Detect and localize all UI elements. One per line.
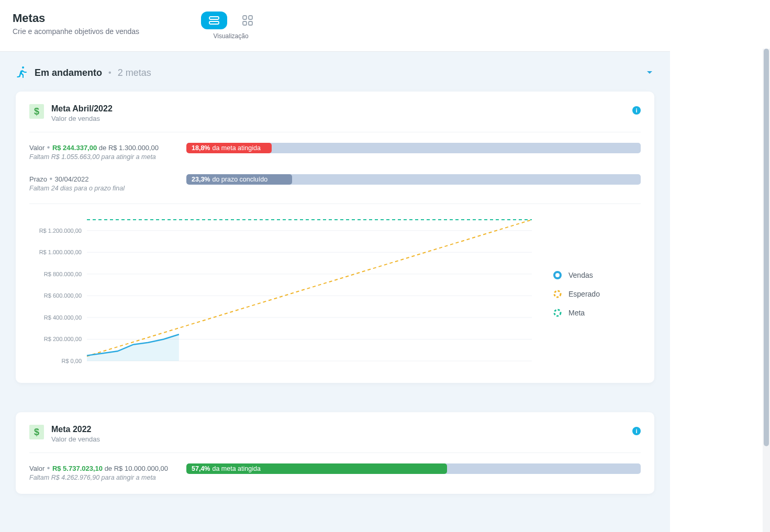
page-subtitle: Crie e acompanhe objetivos de vendas — [13, 27, 201, 36]
svg-text:R$ 0,00: R$ 0,00 — [61, 358, 82, 364]
chevron-down-icon[interactable] — [645, 67, 654, 79]
metric-label: Valor — [29, 144, 44, 152]
svg-text:R$ 600.000,00: R$ 600.000,00 — [44, 292, 82, 299]
metric-current: R$ 5.737.023,10 — [52, 465, 103, 472]
progress-pct-label: da meta atingida — [212, 144, 260, 152]
progress-pct: 57,4% — [192, 465, 210, 472]
goal-card[interactable]: $ Meta 2022 Valor de vendas i Valor • R$… — [16, 412, 654, 494]
svg-text:R$ 800.000,00: R$ 800.000,00 — [44, 271, 82, 277]
progress-fill: 18,8% da meta atingida — [186, 143, 272, 153]
progress-bar-valor: 57,4% da meta atingida — [186, 463, 641, 474]
scrollbar-thumb[interactable] — [764, 49, 769, 446]
metric-date: 30/04/2022 — [54, 175, 88, 183]
svg-rect-2 — [243, 16, 247, 19]
metric-remaining: Faltam R$ 4.262.976,90 para atingir a me… — [29, 474, 186, 481]
scrollbar[interactable] — [763, 49, 770, 532]
svg-point-24 — [554, 310, 561, 316]
svg-text:R$ 1.200.000,00: R$ 1.200.000,00 — [39, 228, 82, 234]
legend-esperado: Esperado — [553, 289, 641, 299]
svg-point-23 — [554, 291, 561, 297]
progress-pct: 18,8% — [192, 144, 210, 152]
section-header[interactable]: Em andamento • 2 metas — [16, 66, 654, 79]
goal-title: Meta 2022 — [51, 425, 100, 434]
running-icon — [16, 66, 28, 79]
svg-rect-3 — [249, 16, 252, 19]
legend-vendas: Vendas — [553, 270, 641, 280]
progress-pct-label: do prazo concluído — [212, 176, 267, 183]
metric-of-word: de — [103, 465, 114, 472]
section-name: Em andamento — [35, 67, 102, 78]
svg-point-22 — [554, 272, 561, 278]
page-title: Metas — [13, 12, 201, 25]
line-chart: R$ 0,00R$ 200.000,00R$ 400.000,00R$ 600.… — [29, 214, 537, 371]
page-content: Em andamento • 2 metas $ Meta Abril/2022… — [0, 52, 670, 532]
svg-rect-5 — [249, 21, 252, 25]
metric-label: Prazo — [29, 175, 47, 183]
info-icon[interactable]: i — [632, 427, 641, 435]
svg-rect-1 — [209, 21, 219, 24]
view-grid-button[interactable] — [235, 12, 261, 29]
svg-text:R$ 200.000,00: R$ 200.000,00 — [44, 336, 82, 342]
view-switch-label: Visualização — [213, 32, 248, 40]
info-icon[interactable]: i — [632, 106, 641, 115]
chart-legend: Vendas Esperado Meta — [537, 214, 641, 373]
metric-target: R$ 1.300.000,00 — [108, 144, 159, 152]
goal-title: Meta Abril/2022 — [51, 104, 113, 114]
metric-current: R$ 244.337,00 — [52, 144, 97, 152]
progress-fill: 57,4% da meta atingida — [186, 463, 447, 474]
progress-pct: 23,3% — [192, 176, 210, 183]
metric-remaining: Faltam R$ 1.055.663,00 para atingir a me… — [29, 153, 186, 161]
progress-pct-label: da meta atingida — [212, 465, 260, 472]
dollar-icon: $ — [29, 104, 44, 119]
metric-valor: Valor • R$ 244.337,00 de R$ 1.300.000,00… — [29, 132, 641, 164]
page-header: Metas Crie e acompanhe objetivos de vend… — [0, 0, 670, 52]
metric-valor: Valor • R$ 5.737.023,10 de R$ 10.000.000… — [29, 453, 641, 484]
progress-bar-valor: 18,8% da meta atingida — [186, 143, 641, 153]
progress-fill: 23,3% do prazo concluído — [186, 174, 292, 185]
metric-remaining: Faltam 24 dias para o prazo final — [29, 185, 186, 192]
section-count: 2 metas — [118, 67, 151, 78]
metric-of-word: de — [97, 144, 108, 152]
metric-target: R$ 10.000.000,00 — [114, 465, 168, 472]
metric-label: Valor — [29, 465, 44, 472]
svg-text:R$ 400.000,00: R$ 400.000,00 — [44, 314, 82, 321]
dot-separator: • — [108, 68, 111, 77]
goal-card[interactable]: $ Meta Abril/2022 Valor de vendas i Valo… — [16, 92, 654, 383]
svg-line-21 — [87, 220, 532, 356]
svg-rect-4 — [243, 21, 247, 25]
goal-subtitle: Valor de vendas — [51, 115, 113, 122]
view-list-button[interactable] — [201, 12, 227, 29]
svg-rect-0 — [209, 17, 219, 19]
legend-meta: Meta — [553, 308, 641, 318]
list-rows-icon — [208, 16, 220, 25]
progress-bar-prazo: 23,3% do prazo concluído — [186, 174, 641, 185]
goal-chart: R$ 0,00R$ 200.000,00R$ 400.000,00R$ 600.… — [29, 204, 641, 373]
grid-icon — [242, 15, 253, 26]
dollar-icon: $ — [29, 425, 44, 439]
svg-text:R$ 1.000.000,00: R$ 1.000.000,00 — [39, 249, 82, 255]
view-switch: Visualização — [201, 12, 261, 40]
metric-prazo: Prazo • 30/04/2022 Faltam 24 dias para o… — [29, 164, 641, 195]
goal-subtitle: Valor de vendas — [51, 435, 100, 443]
